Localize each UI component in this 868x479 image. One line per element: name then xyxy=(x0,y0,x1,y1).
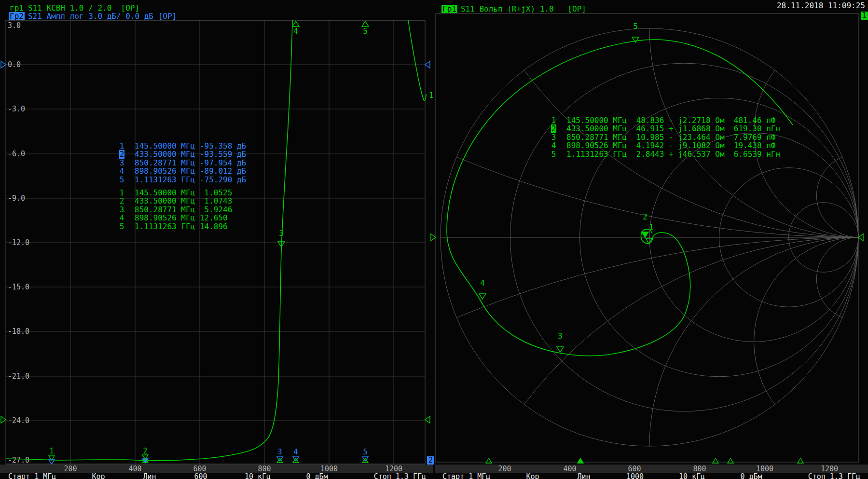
marker-table-row: 1145.50000 МГц -95.358 дБ xyxy=(119,142,246,150)
marker-triangle-icon[interactable] xyxy=(277,457,283,461)
marker-number: 5 xyxy=(551,150,556,158)
y-axis-tick: -6.0 xyxy=(8,150,25,158)
impedance-marker-table: 1145.50000 МГц 48.836 - j2.2718 Ом 481.4… xyxy=(551,116,780,158)
reference-level-arrow-icon[interactable] xyxy=(425,416,430,423)
left-grid xyxy=(6,20,425,464)
smith-bottom-marker-icon[interactable] xyxy=(578,458,583,463)
smith-marker-3[interactable]: 3 xyxy=(557,331,564,352)
y-axis-tick: -15.0 xyxy=(8,283,29,291)
marker-number: 2 xyxy=(119,150,124,158)
vswr-trace-path[interactable] xyxy=(6,20,292,461)
bottom-marker-3[interactable]: 3 xyxy=(277,448,283,463)
marker-table-row: 51.1131263 ГГц 14.896 xyxy=(119,222,232,231)
bottom-marker-2[interactable]: 2 xyxy=(142,447,148,463)
marker-number: 1 xyxy=(119,189,124,197)
marker-triangle-icon[interactable] xyxy=(293,458,299,463)
vswr-marker-table: 1145.50000 МГц 1.05252433.50000 МГц 1.07… xyxy=(119,189,232,231)
smith-marker-4[interactable]: 4 xyxy=(479,278,486,299)
left-plot-border[interactable] xyxy=(6,20,425,464)
reference-level-arrow-icon[interactable] xyxy=(431,234,436,241)
smith-trace-path[interactable] xyxy=(447,40,793,356)
marker-readout: 145.50000 МГц 1.0525 xyxy=(135,188,232,197)
trace2-badge-active[interactable]: Гр2 xyxy=(9,12,25,20)
y-axis-tick: -27.0 xyxy=(8,456,29,465)
marker-readout: 145.50000 МГц 48.836 - j2.2718 Ом 481.46… xyxy=(566,116,775,125)
reference-level-arrow-icon[interactable] xyxy=(1,416,6,423)
left-graph[interactable]: 3.00.0-3.0-6.0-9.0-12.0-15.0-18.0-21.0-2… xyxy=(1,20,434,473)
bottom-marker-4[interactable]: 4 xyxy=(293,448,299,463)
status-points[interactable]: 1000 xyxy=(626,472,644,479)
y-axis-tick: -18.0 xyxy=(8,327,29,336)
smith-graph[interactable]: 2134520040060080010001200 xyxy=(0,0,868,479)
marker-table-row: 1145.50000 МГц 1.0525 xyxy=(119,189,232,197)
trace1-badge[interactable]: гр1 xyxy=(9,4,25,12)
marker-triangle-icon[interactable] xyxy=(362,21,369,27)
status-power[interactable]: 0 дБм xyxy=(740,472,762,479)
trace2-header-label: S21 Ампл лог 3.0 дБ/ 0.0 дБ [ОР] xyxy=(28,12,177,21)
reference-level-arrow-icon[interactable] xyxy=(425,61,430,68)
vswr-trace-path[interactable] xyxy=(408,20,426,101)
marker-triangle-icon[interactable] xyxy=(642,232,648,237)
smith-plot-border[interactable] xyxy=(436,14,858,462)
status-if-bandwidth[interactable]: 10 кГц xyxy=(679,472,705,479)
marker-table-row: 2433.50000 МГц -93.559 дБ xyxy=(119,150,246,158)
marker-triangle-icon[interactable] xyxy=(277,458,283,463)
marker-triangle-icon[interactable] xyxy=(479,294,486,299)
marker-readout: 850.28771 МГц -97.954 дБ xyxy=(135,158,246,167)
reference-level-arrow-icon[interactable] xyxy=(1,61,6,68)
reactance-arc xyxy=(816,237,868,321)
bottom-marker-1[interactable]: 1 xyxy=(49,447,55,464)
marker-triangle-icon[interactable] xyxy=(362,458,368,463)
reactance-arc xyxy=(441,237,868,479)
plot-canvas[interactable]: 3.00.0-3.0-6.0-9.0-12.0-15.0-18.0-21.0-2… xyxy=(0,0,868,479)
marker-label: 3 xyxy=(277,448,282,456)
y-axis-tick: -3.0 xyxy=(8,105,25,113)
marker-number: 1 xyxy=(119,142,124,150)
marker-triangle-icon[interactable] xyxy=(292,21,299,27)
vswr-trace[interactable] xyxy=(6,20,426,461)
marker-table-row: 4898.90526 МГц -89.012 дБ xyxy=(119,167,246,175)
y-axis-tick: -12.0 xyxy=(8,238,29,247)
marker-readout: 433.50000 МГц 46.915 + j1.6868 Ом 619.30… xyxy=(566,124,780,133)
status-correction[interactable]: Кор xyxy=(526,472,539,479)
trace-header-s11-vswr[interactable]: гр1S11 КСВН 1.0 / 2.0 [ОР] xyxy=(9,4,139,12)
marker-triangle-icon[interactable] xyxy=(362,457,368,461)
marker-readout: 433.50000 МГц 1.0743 xyxy=(135,196,232,205)
marker-label: 4 xyxy=(480,278,485,287)
bottom-marker-5[interactable]: 5 xyxy=(362,448,368,463)
marker-table-row: 3850.28771 МГц -97.954 дБ xyxy=(119,159,246,167)
right-status-bar: Старт 1 МГцКорЛин100010 кГц0 дБмСтоп 1.3… xyxy=(0,472,868,479)
marker-number: 3 xyxy=(119,159,124,167)
status-start[interactable]: Старт 1 МГц xyxy=(442,472,490,479)
y-axis-tick: 0.0 xyxy=(8,60,21,69)
s21-marker-table: 1145.50000 МГц -95.358 дБ2433.50000 МГц … xyxy=(119,142,246,184)
y-axis-tick: -21.0 xyxy=(8,372,29,381)
marker-triangle-icon[interactable] xyxy=(646,238,652,244)
marker-label: 3 xyxy=(558,331,563,341)
marker-table-row: 51.1131263 ГГц -75.290 дБ xyxy=(119,176,246,184)
clock: 28.11.2018 11:09:25 xyxy=(777,1,865,10)
trace-header-s21-logmag[interactable]: Гр2S21 Ампл лог 3.0 дБ/ 0.0 дБ [ОР] xyxy=(9,12,177,20)
smith-marker-5[interactable]: 5 xyxy=(632,22,639,42)
smith-trace-badge-active[interactable]: Гр1 xyxy=(441,5,457,13)
vswr-trace-number: 1 xyxy=(429,91,434,100)
trace-header-s11-impedance[interactable]: Гр1S11 Вольп (R+jX) 1.0 [ОР] xyxy=(441,5,586,13)
marker-readout: 850.28771 МГц 10.985 - j23.464 Ом 7.9769… xyxy=(566,133,775,142)
marker-triangle-icon[interactable] xyxy=(293,457,299,461)
status-stop[interactable]: Стоп 1.3 ГГц xyxy=(808,472,860,479)
trace2-number-badge: 2 xyxy=(427,456,434,465)
status-sweep-type[interactable]: Лин xyxy=(577,472,590,479)
marker-readout: 433.50000 МГц -93.559 дБ xyxy=(135,150,246,159)
marker-label: 4 xyxy=(293,27,298,36)
marker-number: 2 xyxy=(119,197,124,205)
marker-number: 5 xyxy=(119,176,124,184)
marker-label: 1 xyxy=(49,447,54,455)
marker-number: 5 xyxy=(119,222,124,231)
marker-5-top[interactable]: 5 xyxy=(362,21,369,36)
marker-label: 3 xyxy=(279,229,284,238)
marker-number: 4 xyxy=(551,141,556,150)
marker-triangle-icon[interactable] xyxy=(557,347,564,352)
reference-level-arrow-icon[interactable] xyxy=(858,234,863,241)
marker-4-top[interactable]: 4 xyxy=(292,21,299,36)
marker-label: 5 xyxy=(633,22,638,31)
